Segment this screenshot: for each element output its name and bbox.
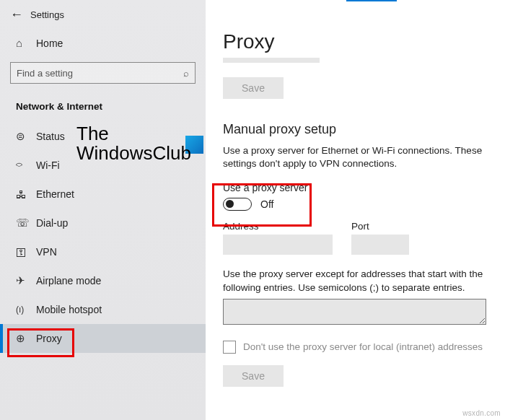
app-title: Settings [30,9,64,20]
sidebar-item-hotspot[interactable]: (ı) Mobile hotspot [0,295,206,324]
back-button[interactable]: ← [10,7,30,22]
tab-accent [346,0,397,1]
sidebar-item-label: Status [36,131,65,142]
status-icon: ⊜ [16,129,36,144]
sidebar-item-label: Ethernet [36,188,74,200]
search-input[interactable] [17,68,183,79]
sidebar-item-dialup[interactable]: ☏ Dial-up [0,209,206,237]
sidebar-item-vpn[interactable]: ⚿ VPN [0,237,206,266]
port-field: Port [351,221,409,255]
exclusion-description: Use the proxy server except for addresse… [223,268,490,294]
sidebar-item-ethernet[interactable]: 🖧 Ethernet [0,180,206,209]
title-underline [223,58,320,63]
intranet-checkbox-label: Don't use the proxy server for local (in… [243,341,483,352]
footer-watermark: wsxdn.com [462,409,501,417]
save-button-bottom[interactable]: Save [223,365,284,387]
watermark-square [185,136,203,154]
port-label: Port [351,221,409,232]
sidebar-item-airplane[interactable]: ✈ Airplane mode [0,266,206,295]
port-input[interactable] [351,235,409,255]
proxy-toggle-row: Off [223,198,505,211]
address-port-row: Address Port [223,221,505,255]
settings-sidebar: ← Settings ⌂ Home ⌕ Network & Internet ⊜… [0,0,206,420]
sidebar-item-label: VPN [36,246,57,258]
proxy-toggle-label: Use a proxy server [223,182,505,193]
section-title: Manual proxy setup [223,122,505,137]
address-input[interactable] [223,235,333,255]
intranet-checkbox[interactable] [223,341,236,354]
address-field: Address [223,221,333,255]
sidebar-item-label: Proxy [36,333,62,344]
main-pane: Proxy Save Manual proxy setup Use a prox… [206,0,505,420]
category-header: Network & Internet [0,97,206,122]
wifi-icon: ⌔ [16,158,36,172]
address-label: Address [223,221,333,232]
proxy-toggle[interactable] [223,198,252,211]
sidebar-item-label: Mobile hotspot [36,304,102,315]
hotspot-icon: (ı) [16,302,36,317]
sidebar-item-status[interactable]: ⊜ Status [0,122,206,151]
home-icon: ⌂ [16,37,36,49]
sidebar-item-label: Wi-Fi [36,159,60,171]
save-button-top[interactable]: Save [223,77,284,99]
proxy-icon: ⊕ [16,331,36,346]
sidebar-item-proxy[interactable]: ⊕ Proxy [0,324,206,353]
airplane-icon: ✈ [16,274,36,288]
search-box[interactable]: ⌕ [10,62,196,84]
vpn-icon: ⚿ [16,245,36,259]
home-label: Home [36,38,63,49]
intranet-checkbox-row[interactable]: Don't use the proxy server for local (in… [223,341,505,354]
dialup-icon: ☏ [16,216,36,230]
section-description: Use a proxy server for Ethernet or Wi-Fi… [223,144,505,170]
search-icon: ⌕ [183,68,189,79]
home-nav[interactable]: ⌂ Home [0,31,206,56]
sidebar-header: ← Settings [0,6,206,31]
sidebar-item-wifi[interactable]: ⌔ Wi-Fi [0,151,206,180]
sidebar-item-label: Dial-up [36,217,68,229]
page-title: Proxy [223,30,505,53]
sidebar-item-label: Airplane mode [36,275,101,286]
toggle-knob [226,200,234,208]
proxy-toggle-state: Off [260,198,273,210]
ethernet-icon: 🖧 [16,187,36,201]
exclusion-input[interactable] [223,299,486,325]
